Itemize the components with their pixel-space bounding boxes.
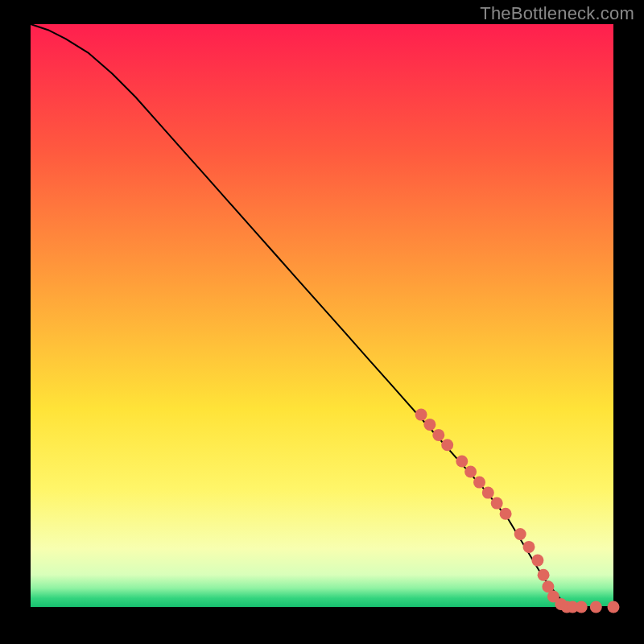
chart-frame: TheBottleneck.com: [0, 0, 644, 644]
data-point: [432, 429, 444, 441]
data-point: [514, 528, 526, 540]
data-point: [576, 601, 588, 613]
data-point: [523, 541, 535, 553]
data-point: [491, 497, 503, 510]
data-point: [608, 601, 620, 613]
data-point: [473, 477, 485, 489]
data-point: [441, 439, 453, 451]
data-point: [464, 466, 477, 478]
data-point: [590, 601, 602, 613]
data-point: [482, 487, 494, 499]
watermark-text: TheBottleneck.com: [480, 3, 634, 24]
data-point: [500, 508, 512, 520]
data-point: [423, 419, 436, 431]
plot-background: [31, 24, 613, 607]
data-point: [538, 569, 550, 581]
data-point: [456, 456, 468, 468]
data-point: [415, 409, 427, 421]
bottleneck-chart: [0, 0, 644, 644]
data-point: [531, 555, 543, 567]
